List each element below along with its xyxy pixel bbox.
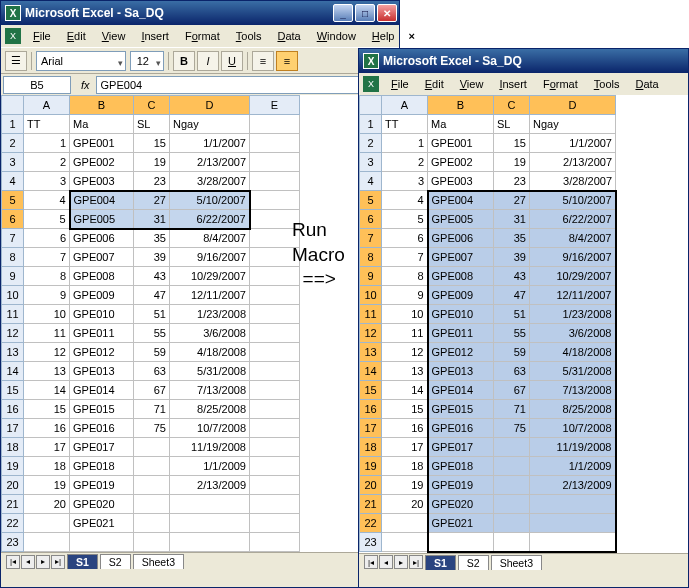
cell[interactable]: 5	[382, 210, 428, 229]
cell[interactable]	[530, 495, 616, 514]
cell[interactable]: 43	[134, 267, 170, 286]
cell[interactable]: 14	[382, 381, 428, 400]
cell[interactable]: GPE006	[70, 229, 134, 248]
row-header-14[interactable]: 14	[2, 362, 24, 381]
cell[interactable]: 3/6/2008	[170, 324, 250, 343]
cell[interactable]: 17	[382, 438, 428, 457]
tab-nav-last[interactable]: ▸|	[51, 555, 65, 569]
cell[interactable]: SL	[134, 115, 170, 134]
titlebar[interactable]: X Microsoft Excel - Sa_DQ _ □ ✕	[1, 1, 399, 25]
row-header-6[interactable]: 6	[360, 210, 382, 229]
cell[interactable]: SL	[494, 115, 530, 134]
cell[interactable]: 7	[24, 248, 70, 267]
cell[interactable]	[530, 533, 616, 552]
cell[interactable]: Ngay	[170, 115, 250, 134]
menu-data[interactable]: Data	[627, 75, 666, 93]
cell[interactable]: 75	[134, 419, 170, 438]
cell[interactable]: 5/10/2007	[170, 191, 250, 210]
cell[interactable]: 15	[494, 134, 530, 153]
cell[interactable]: 5/31/2008	[170, 362, 250, 381]
cell[interactable]	[24, 533, 70, 552]
row-header-21[interactable]: 21	[360, 495, 382, 514]
cell[interactable]: 7/13/2008	[530, 381, 616, 400]
row-header-10[interactable]: 10	[360, 286, 382, 305]
row-header-6[interactable]: 6	[2, 210, 24, 229]
cell[interactable]: 15	[382, 400, 428, 419]
cell[interactable]: 15	[24, 400, 70, 419]
cell[interactable]: 55	[494, 324, 530, 343]
row-header-8[interactable]: 8	[360, 248, 382, 267]
cell[interactable]	[170, 533, 250, 552]
cell[interactable]: 12	[24, 343, 70, 362]
row-header-3[interactable]: 3	[2, 153, 24, 172]
row-header-15[interactable]: 15	[2, 381, 24, 400]
row-header-9[interactable]: 9	[360, 267, 382, 286]
cell[interactable]: 71	[494, 400, 530, 419]
sheet-tab-s2[interactable]: S2	[100, 554, 131, 569]
cell[interactable]	[170, 514, 250, 533]
cell[interactable]: GPE010	[428, 305, 494, 324]
menu-file[interactable]: File	[383, 75, 417, 93]
cell[interactable]: GPE013	[428, 362, 494, 381]
cell[interactable]	[134, 533, 170, 552]
cell[interactable]: TT	[382, 115, 428, 134]
col-header-A[interactable]: A	[24, 96, 70, 115]
cell[interactable]: 3	[382, 172, 428, 191]
menu-format[interactable]: Format	[535, 75, 586, 93]
cell[interactable]: GPE005	[428, 210, 494, 229]
cell[interactable]: 11	[24, 324, 70, 343]
row-header-15[interactable]: 15	[360, 381, 382, 400]
row-header-16[interactable]: 16	[360, 400, 382, 419]
cell[interactable]: 19	[24, 476, 70, 495]
italic-button[interactable]: I	[197, 51, 219, 71]
cell[interactable]	[250, 514, 300, 533]
menu-view[interactable]: View	[94, 27, 134, 45]
worksheet[interactable]: ABCD1TTMaSLNgay21GPE001151/1/200732GPE00…	[359, 95, 688, 553]
cell[interactable]: 8/4/2007	[170, 229, 250, 248]
cell[interactable]	[250, 305, 300, 324]
sheet-tab-s1[interactable]: S1	[67, 554, 98, 569]
cell[interactable]	[250, 381, 300, 400]
cell[interactable]	[250, 438, 300, 457]
cell[interactable]: 1/23/2008	[170, 305, 250, 324]
cell[interactable]: 67	[134, 381, 170, 400]
row-header-22[interactable]: 22	[2, 514, 24, 533]
cell[interactable]: 5/10/2007	[530, 191, 616, 210]
cell[interactable]: GPE009	[70, 286, 134, 305]
cell[interactable]: GPE010	[70, 305, 134, 324]
tab-nav-prev[interactable]: ◂	[21, 555, 35, 569]
cell[interactable]: 10	[382, 305, 428, 324]
cell[interactable]	[170, 495, 250, 514]
row-header-2[interactable]: 2	[2, 134, 24, 153]
cell[interactable]: Ma	[70, 115, 134, 134]
col-header-A[interactable]: A	[382, 96, 428, 115]
titlebar[interactable]: X Microsoft Excel - Sa_DQ	[359, 49, 688, 73]
cell[interactable]: 5	[24, 210, 70, 229]
cell[interactable]	[250, 495, 300, 514]
toolbar-button[interactable]: ☰	[5, 51, 27, 71]
cell[interactable]: GPE008	[70, 267, 134, 286]
cell[interactable]	[250, 343, 300, 362]
cell[interactable]: 31	[494, 210, 530, 229]
cell[interactable]: GPE021	[428, 514, 494, 533]
cell[interactable]: Ngay	[530, 115, 616, 134]
cell[interactable]: GPE007	[70, 248, 134, 267]
menu-edit[interactable]: Edit	[59, 27, 94, 45]
cell[interactable]: 2	[382, 153, 428, 172]
cell[interactable]: 4/18/2008	[170, 343, 250, 362]
cell[interactable]: GPE020	[70, 495, 134, 514]
cell[interactable]: GPE001	[428, 134, 494, 153]
row-header-13[interactable]: 13	[2, 343, 24, 362]
cell[interactable]	[494, 476, 530, 495]
cell[interactable]: 39	[494, 248, 530, 267]
cell[interactable]: 7/13/2008	[170, 381, 250, 400]
cell[interactable]: 10	[24, 305, 70, 324]
cell[interactable]: 7	[382, 248, 428, 267]
cell[interactable]	[70, 533, 134, 552]
cell[interactable]: 8	[24, 267, 70, 286]
cell[interactable]	[382, 514, 428, 533]
select-all-corner[interactable]	[360, 96, 382, 115]
cell[interactable]: 39	[134, 248, 170, 267]
cell[interactable]: 10/7/2008	[170, 419, 250, 438]
cell[interactable]: 4	[24, 191, 70, 210]
